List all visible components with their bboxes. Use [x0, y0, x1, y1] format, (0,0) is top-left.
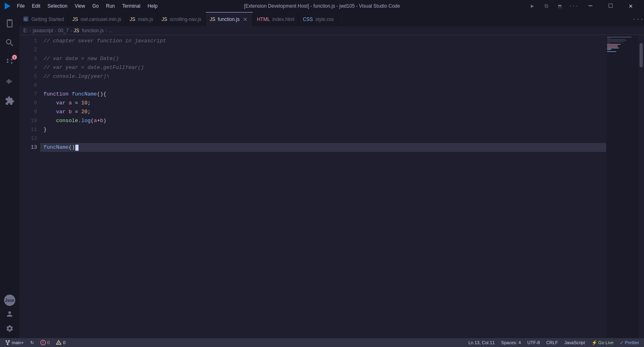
prettier-label: ✓ Prettier	[620, 340, 639, 345]
menu-bar: File Edit Selection View Go Run Terminal…	[14, 2, 161, 10]
tab-main-js[interactable]: JS main.js	[126, 12, 157, 26]
toggle-panel-button[interactable]: ⬒	[554, 2, 566, 10]
scrollbar-thumb[interactable]	[640, 43, 643, 67]
menu-selection[interactable]: Selection	[44, 2, 70, 10]
go-live-label: ⚡ Go Live	[592, 340, 614, 345]
activity-icon-explorer[interactable]	[0, 14, 19, 33]
style-css-icon: CSS	[303, 17, 313, 22]
breadcrumb-subfolder: 00_7	[58, 28, 69, 33]
tab-index-html[interactable]: HTML index.html	[253, 12, 299, 26]
ln-2: 2	[19, 46, 37, 54]
warning-count: 0	[63, 340, 65, 345]
window-title: [Extension Development Host] - function.…	[244, 3, 400, 9]
code-line-10: console . log ( a + b )	[40, 116, 606, 125]
menu-go[interactable]: Go	[89, 2, 102, 10]
breadcrumb-folder: javascript	[33, 28, 53, 33]
code-line-13: funcName ()	[40, 143, 606, 152]
branch-name: main+	[12, 340, 24, 345]
status-spaces[interactable]: Spaces: 4	[499, 338, 522, 347]
status-encoding[interactable]: UTF-8	[526, 338, 541, 347]
activity-icon-source-control[interactable]: 1	[0, 52, 19, 72]
code-line-12	[40, 134, 606, 143]
status-sync[interactable]: ↻	[29, 338, 35, 347]
status-branch[interactable]: main+	[3, 338, 25, 347]
tab-function-js[interactable]: JS function.js ✕	[206, 12, 253, 26]
error-icon	[40, 340, 46, 345]
branch-icon	[5, 340, 10, 345]
minimap	[606, 35, 638, 338]
menu-view[interactable]: View	[71, 2, 88, 10]
language-label: JavaScript	[564, 340, 585, 345]
breadcrumb-symbol: ...	[109, 28, 113, 33]
index-html-icon: HTML	[257, 17, 270, 22]
main-js-icon: JS	[130, 17, 135, 22]
error-count: 0	[47, 340, 50, 345]
code-area[interactable]: // chapter sever function in javascript …	[40, 35, 606, 338]
ln-4: 4	[19, 63, 37, 72]
ln-7: 7	[19, 90, 37, 99]
tab-style-css-label: style.css	[315, 17, 334, 22]
status-go-live[interactable]: ⚡ Go Live	[590, 338, 615, 347]
scrolling-nav-icon: JS	[162, 17, 167, 22]
status-bar-right: Ln 13, Col 11 Spaces: 4 UTF-8 CRLF JavaS…	[467, 338, 641, 347]
code-line-8: var a = 10 ;	[40, 99, 606, 108]
editor-content: 1 2 3 4 5 6 7 8 9 10 11 12 13 // chapter…	[19, 35, 644, 338]
tabs-bar: G Getting Started JS owl.carousel.min.js…	[19, 12, 644, 26]
status-errors[interactable]: 0	[39, 338, 51, 347]
ln-12: 12	[19, 134, 37, 143]
sync-icon: ↻	[30, 340, 34, 345]
svg-point-5	[43, 343, 43, 344]
status-prettier[interactable]: ✓ Prettier	[618, 338, 641, 347]
minimap-lines	[607, 37, 638, 52]
run-button[interactable]: ▶	[526, 2, 538, 10]
activity-icon-settings[interactable]	[3, 322, 16, 335]
tab-owl-carousel[interactable]: JS owl.carousel.min.js	[68, 12, 126, 26]
menu-edit[interactable]: Edit	[29, 2, 43, 10]
code-line-7: function funcName (){	[40, 90, 606, 99]
minimize-button[interactable]: ─	[581, 0, 600, 12]
breadcrumb: E: › javascript › 00_7 › JS function.js …	[19, 26, 644, 35]
tab-style-css[interactable]: CSS style.css	[299, 12, 338, 26]
vscode-icon	[4, 3, 10, 9]
activity-icon-run-debug[interactable]	[0, 72, 19, 91]
breadcrumb-file-icon: JS	[74, 28, 79, 33]
close-button[interactable]: ✕	[621, 0, 640, 12]
tab-getting-started-label: Getting Started	[31, 17, 64, 22]
activity-bar: 1 Json	[0, 12, 19, 338]
activity-icon-search[interactable]	[0, 33, 19, 52]
getting-started-icon: G	[23, 17, 29, 22]
main-layout: 1 Json G Getting Started	[0, 12, 644, 338]
line-ending-label: CRLF	[546, 340, 558, 345]
split-editor-button[interactable]: ⧉	[540, 2, 552, 10]
status-warnings[interactable]: 0	[54, 338, 67, 347]
svg-text:G: G	[25, 18, 27, 21]
owl-carousel-icon: JS	[72, 17, 78, 22]
menu-file[interactable]: File	[14, 2, 28, 10]
scrollbar[interactable]	[638, 35, 644, 338]
function-js-icon: JS	[210, 17, 215, 22]
breadcrumb-filename: function.js	[82, 28, 104, 33]
spaces-label: Spaces: 4	[501, 340, 521, 345]
menu-help[interactable]: Help	[145, 2, 161, 10]
menu-run[interactable]: Run	[103, 2, 118, 10]
activity-icon-account[interactable]	[3, 308, 16, 320]
menu-terminal[interactable]: Terminal	[119, 2, 143, 10]
activity-icon-extensions[interactable]	[0, 91, 19, 110]
json-badge[interactable]: Json	[4, 295, 15, 306]
code-line-6	[40, 81, 606, 90]
tab-getting-started[interactable]: G Getting Started	[19, 12, 68, 26]
status-bar: main+ ↻ 0 0 Ln 13, Col 11 Spaces: 4 UTF-…	[0, 338, 644, 347]
status-position[interactable]: Ln 13, Col 11	[467, 338, 496, 347]
breadcrumb-drive: E:	[23, 28, 28, 33]
tab-close-function-js[interactable]: ✕	[242, 16, 248, 23]
title-bar-left: File Edit Selection View Go Run Terminal…	[4, 2, 161, 10]
tab-scrolling-nav[interactable]: JS scrolling-nav.js	[157, 12, 205, 26]
status-line-ending[interactable]: CRLF	[545, 338, 559, 347]
maximize-button[interactable]: □	[601, 0, 620, 12]
tabs-overflow-button[interactable]: ···	[632, 12, 644, 26]
more-actions-button[interactable]: ···	[567, 2, 580, 10]
title-bar-controls: ▶ ⧉ ⬒ ··· ─ □ ✕	[526, 0, 640, 12]
text-cursor	[75, 145, 79, 151]
tab-scrolling-nav-label: scrolling-nav.js	[170, 17, 201, 22]
status-language[interactable]: JavaScript	[563, 338, 586, 347]
